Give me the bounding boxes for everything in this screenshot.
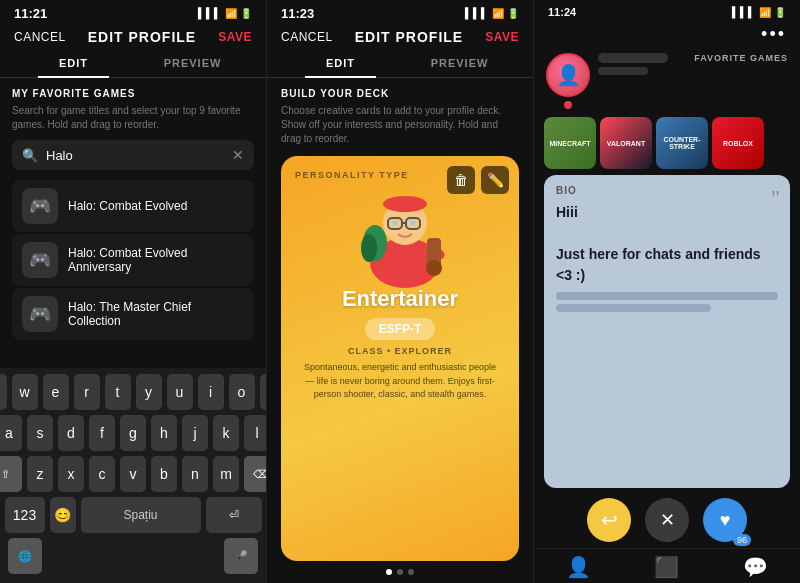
kb-row-3: ⇧ z x c v b n m ⌫: [4, 456, 262, 492]
key-num[interactable]: 123: [5, 497, 45, 533]
pass-button[interactable]: ✕: [645, 498, 689, 542]
game-name-1: Halo: Combat Evolved: [68, 199, 187, 213]
save-button-1[interactable]: SAVE: [218, 30, 252, 44]
game-item-2[interactable]: 🎮 Halo: Combat Evolved Anniversary: [12, 234, 254, 286]
profile-action-buttons: ↩ ✕ ♥ 96: [534, 488, 800, 548]
time-2: 11:23: [281, 6, 314, 21]
status-icons-1: ▍▍▍ 📶 🔋: [198, 8, 252, 19]
edit-card-button[interactable]: ✏️: [481, 166, 509, 194]
status-icons-2: ▍▍▍ 📶 🔋: [465, 8, 519, 19]
more-options-button[interactable]: •••: [761, 24, 786, 45]
card-actions: 🗑 ✏️: [447, 166, 509, 194]
key-delete[interactable]: ⌫: [244, 456, 267, 492]
panel-deck: 11:23 ▍▍▍ 📶 🔋 CANCEL EDIT PROFILE SAVE E…: [267, 0, 534, 583]
tab-edit-2[interactable]: EDIT: [281, 49, 400, 77]
search-icon: 🔍: [22, 148, 38, 163]
nav-profile-icon[interactable]: 👤: [566, 555, 591, 579]
key-e[interactable]: e: [43, 374, 69, 410]
kb-row-5: 🌐 🎤: [4, 538, 262, 574]
username-area: [598, 53, 668, 79]
key-r[interactable]: r: [74, 374, 100, 410]
key-b[interactable]: b: [151, 456, 177, 492]
cancel-button-1[interactable]: CANCEL: [14, 30, 66, 44]
dot-3: [408, 569, 414, 575]
status-bar-2: 11:23 ▍▍▍ 📶 🔋: [267, 0, 533, 23]
undo-button[interactable]: ↩: [587, 498, 631, 542]
fav-games-heading: MY FAVORITE GAMES: [12, 88, 254, 99]
key-j[interactable]: j: [182, 415, 208, 451]
dot-2: [397, 569, 403, 575]
key-m[interactable]: m: [213, 456, 239, 492]
key-shift[interactable]: ⇧: [0, 456, 22, 492]
panel-favorites: 11:21 ▍▍▍ 📶 🔋 CANCEL EDIT PROFILE SAVE E…: [0, 0, 267, 583]
key-emoji[interactable]: 😊: [50, 497, 76, 533]
panel1-content: MY FAVORITE GAMES Search for game titles…: [0, 78, 266, 368]
search-box[interactable]: 🔍 Halo ✕: [12, 140, 254, 170]
kb-row-2: a s d f g h j k l: [4, 415, 262, 451]
key-c[interactable]: c: [89, 456, 115, 492]
key-space[interactable]: Spațiu: [81, 497, 201, 533]
key-t[interactable]: t: [105, 374, 131, 410]
tab-edit-1[interactable]: EDIT: [14, 49, 133, 77]
key-f[interactable]: f: [89, 415, 115, 451]
search-input[interactable]: Halo: [46, 148, 232, 163]
key-q[interactable]: q: [0, 374, 7, 410]
game-thumb-1: 🎮: [22, 188, 58, 224]
key-v[interactable]: v: [120, 456, 146, 492]
username-placeholder: [598, 53, 668, 63]
card-description: Spontaneous, energetic and enthusiastic …: [295, 361, 505, 402]
key-n[interactable]: n: [182, 456, 208, 492]
game-thumb-3: 🎮: [22, 296, 58, 332]
bio-label: BIO: [556, 185, 778, 196]
game-cover-roblox: ROBLOX: [712, 117, 764, 169]
bio-card: BIO " HiiiJust here for chats and friend…: [544, 175, 790, 488]
key-z[interactable]: z: [27, 456, 53, 492]
battery-icon: 🔋: [240, 8, 252, 19]
key-s[interactable]: s: [27, 415, 53, 451]
card-badge: ESFP-T: [365, 318, 436, 340]
signal-icon-3: ▍▍▍: [732, 7, 756, 18]
save-button-2[interactable]: SAVE: [485, 30, 519, 44]
key-y[interactable]: y: [136, 374, 162, 410]
bio-text: HiiiJust here for chats and friends <3 :…: [556, 202, 778, 286]
nav-chat-icon[interactable]: 💬: [743, 555, 768, 579]
game-name-2: Halo: Combat Evolved Anniversary: [68, 246, 244, 274]
panel-profile-preview: 11:24 ▍▍▍ 📶 🔋 ••• 👤 FAVORITE GAMES MINEC…: [534, 0, 800, 583]
search-clear-button[interactable]: ✕: [232, 147, 244, 163]
tab-preview-2[interactable]: PREVIEW: [400, 49, 519, 77]
game-item-1[interactable]: 🎮 Halo: Combat Evolved: [12, 180, 254, 232]
key-p[interactable]: p: [260, 374, 268, 410]
key-l[interactable]: l: [244, 415, 267, 451]
nav-cards-icon[interactable]: ⬛: [654, 555, 679, 579]
key-h[interactable]: h: [151, 415, 177, 451]
page-title-2: EDIT PROFILE: [355, 29, 463, 45]
time-3: 11:24: [548, 6, 576, 18]
key-d[interactable]: d: [58, 415, 84, 451]
key-a[interactable]: a: [0, 415, 22, 451]
wifi-icon-3: 📶: [759, 7, 771, 18]
key-g[interactable]: g: [120, 415, 146, 451]
key-globe[interactable]: 🌐: [8, 538, 42, 574]
battery-icon-3: 🔋: [774, 7, 786, 18]
tab-preview-1[interactable]: PREVIEW: [133, 49, 252, 77]
wifi-icon: 📶: [225, 8, 237, 19]
top-nav-1: CANCEL EDIT PROFILE SAVE: [0, 23, 266, 49]
key-mic[interactable]: 🎤: [224, 538, 258, 574]
bio-blurred-1: [556, 292, 778, 300]
svg-point-13: [383, 196, 427, 212]
key-k[interactable]: k: [213, 415, 239, 451]
status-bar-3: 11:24 ▍▍▍ 📶 🔋: [534, 0, 800, 20]
cancel-button-2[interactable]: CANCEL: [281, 30, 333, 44]
card-title: Entertainer: [342, 286, 458, 312]
game-list: 🎮 Halo: Combat Evolved 🎮 Halo: Combat Ev…: [12, 180, 254, 340]
game-thumb-2: 🎮: [22, 242, 58, 278]
game-cover-valorant: VALORANT: [600, 117, 652, 169]
key-u[interactable]: u: [167, 374, 193, 410]
subtitle-placeholder: [598, 67, 648, 75]
key-return[interactable]: ⏎: [206, 497, 262, 533]
key-x[interactable]: x: [58, 456, 84, 492]
game-item-3[interactable]: 🎮 Halo: The Master Chief Collection: [12, 288, 254, 340]
key-i[interactable]: i: [198, 374, 224, 410]
key-w[interactable]: w: [12, 374, 38, 410]
key-o[interactable]: o: [229, 374, 255, 410]
